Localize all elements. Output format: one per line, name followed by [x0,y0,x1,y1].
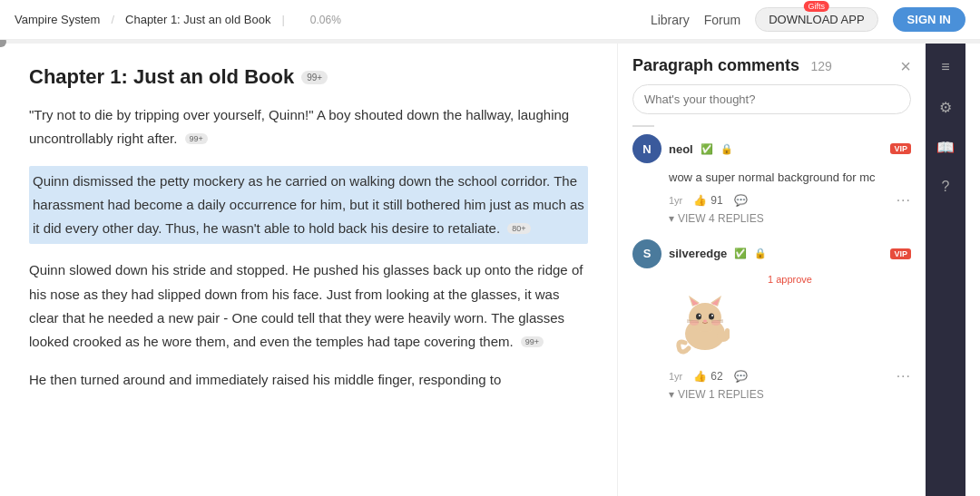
svg-point-10 [703,319,707,322]
comment-time: 1yr [669,195,682,206]
view-replies-label: VIEW 4 REPLIES [678,212,764,225]
comment-bubble-icon: 💬 [734,370,748,383]
menu-icon[interactable]: ≡ [929,51,962,83]
signin-button[interactable]: SIGN IN [893,7,965,32]
reading-area: Chapter 1: Just an old Book 99+ "Try not… [0,44,617,496]
cat-sticker-image [669,287,741,359]
comment-header: S silveredge ✅ 🔒 VIP [632,239,911,268]
svg-point-6 [696,313,701,319]
avatar: S [632,239,662,268]
close-panel-button[interactable]: × [900,57,911,75]
reply-icon-button[interactable]: 💬 [734,370,748,383]
p1-badge: 99+ [185,133,208,144]
like-count: 91 [710,194,722,207]
svg-rect-16 [725,328,730,339]
progress-separator: | [281,13,284,26]
lock-badge: 🔒 [720,143,733,155]
paragraph-2[interactable]: Quinn dismissed the petty mockery as he … [29,166,588,245]
comment-input[interactable] [632,84,911,114]
p2-badge: 80+ [507,223,530,234]
more-options-button[interactable]: ··· [897,368,911,384]
svg-point-1 [689,303,721,332]
sidebar-icons: ≡ ⚙ 📖 ? [926,44,965,496]
approve-label: 1 approve [669,274,911,285]
library-link[interactable]: Library [651,13,690,27]
svg-point-9 [711,315,713,316]
chapter-heading: Chapter 1: Just an old Book 99+ [29,65,588,89]
gifts-badge: Gifts [804,1,830,12]
p3-badge: 99+ [521,336,544,347]
comments-list: N neol ✅ 🔒 VIP wow a super normal backgr… [618,134,926,496]
comment-footer: 1yr 👍 91 💬 ··· [632,192,911,209]
sticker-area: 1 approve [632,274,911,363]
svg-point-18 [711,320,720,326]
comment-time: 1yr [669,371,682,382]
paragraph-1[interactable]: "Try not to die by tripping over yoursel… [29,103,588,151]
book-icon[interactable]: 📖 [929,131,962,163]
navbar-left: Vampire System / Chapter 1: Just an old … [15,13,341,26]
help-icon[interactable]: ? [929,170,962,203]
panel-header: Paragraph comments 129 × [618,44,926,84]
view-replies-button[interactable]: ▾ VIEW 1 REPLIES [632,388,911,401]
download-app-button[interactable]: Gifts DOWNLOAD APP [755,7,877,32]
more-options-button[interactable]: ··· [897,192,911,209]
navbar: Vampire System / Chapter 1: Just an old … [0,0,980,40]
like-button[interactable]: 👍 91 [693,194,722,207]
navbar-right: Library Forum Gifts DOWNLOAD APP SIGN IN [651,7,965,32]
divider [632,125,654,127]
thumbs-up-icon: 👍 [693,194,707,207]
verified-badge: ✅ [701,143,713,155]
panel-title-area: Paragraph comments 129 [632,56,832,75]
comment-bubble-icon: 💬 [734,194,748,207]
panel-count: 129 [811,59,832,73]
chapter-nav-title: Chapter 1: Just an old Book [125,13,270,26]
svg-point-17 [690,320,699,326]
vip-badge: VIP [890,143,911,154]
paragraph-3[interactable]: Quinn slowed down his stride and stopped… [29,258,588,354]
main-layout: Chapter 1: Just an old Book 99+ "Try not… [0,44,980,496]
comment-header: N neol ✅ 🔒 VIP [632,134,911,163]
username: silveredge [669,247,727,260]
svg-point-8 [699,315,701,316]
reply-icon-button[interactable]: 💬 [734,194,748,207]
username: neol [669,142,693,156]
comment-text: wow a super normal background for mc [632,169,911,187]
settings-icon[interactable]: ⚙ [929,91,962,123]
view-replies-label: VIEW 1 REPLIES [678,388,764,401]
heading-badge: 99+ [301,71,328,84]
view-replies-button[interactable]: ▾ VIEW 4 REPLIES [632,212,911,225]
like-button[interactable]: 👍 62 [693,370,722,383]
comments-panel: Paragraph comments 129 × N neol ✅ 🔒 VIP … [617,44,926,496]
svg-point-7 [709,313,714,319]
comment-item: S silveredge ✅ 🔒 VIP 1 approve [632,239,911,401]
progress-bar[interactable] [0,40,980,44]
comment-footer: 1yr 👍 62 💬 ··· [632,368,911,384]
progress-percent: 0.06% [310,14,341,26]
breadcrumb-separator: / [111,13,114,26]
panel-title: Paragraph comments [632,56,799,74]
like-count: 62 [710,370,722,383]
chevron-down-icon: ▾ [669,212,674,225]
avatar: N [632,134,662,163]
lock-badge: 🔒 [754,248,767,259]
series-title[interactable]: Vampire System [15,13,100,26]
paragraph-4[interactable]: He then turned around and immediately ra… [29,368,588,392]
forum-link[interactable]: Forum [704,13,740,27]
comment-item: N neol ✅ 🔒 VIP wow a super normal backgr… [632,134,911,225]
thumbs-up-icon: 👍 [693,370,707,383]
chevron-down-icon: ▾ [669,388,674,401]
verified-badge: ✅ [734,248,747,259]
vip-badge: VIP [890,248,911,259]
